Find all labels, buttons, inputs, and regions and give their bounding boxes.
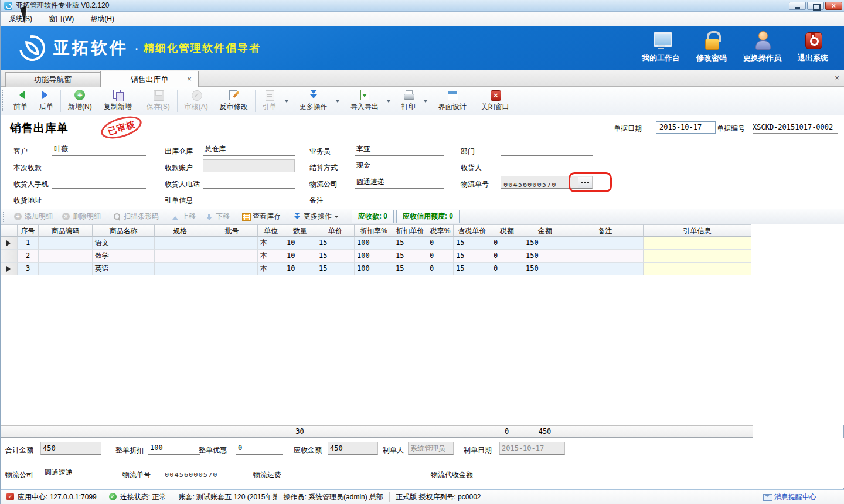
cell-price[interactable]: 15	[316, 263, 355, 275]
tabstrip-close-icon[interactable]	[833, 74, 841, 82]
cell-seq[interactable]: 1	[18, 237, 39, 250]
table-row[interactable]: 1 语文 本 10 15 100 15 0 15 0 150	[1, 237, 751, 250]
col-header[interactable]: 税额	[491, 224, 523, 237]
consignee-field[interactable]	[501, 159, 593, 172]
cell-tax-price[interactable]: 15	[454, 237, 491, 250]
prev-doc-button[interactable]: 前单	[8, 87, 33, 115]
col-header[interactable]: 单价	[316, 224, 355, 237]
copy-new-button[interactable]: 复制新增	[98, 87, 138, 115]
cell-tax-price[interactable]: 15	[454, 250, 491, 263]
consignee-phone-field[interactable]	[203, 176, 295, 189]
department-field[interactable]	[501, 143, 593, 156]
consignee-mobile-field[interactable]	[52, 176, 146, 189]
scan-barcode-button[interactable]: 扫描条形码	[108, 209, 164, 224]
cell-code[interactable]	[39, 263, 93, 275]
settle-method-field[interactable]: 现金	[355, 159, 444, 172]
exit-system-button[interactable]: 退出系统	[798, 30, 828, 63]
maximize-button[interactable]	[807, 2, 824, 10]
cell-qty[interactable]: 10	[284, 237, 316, 250]
salesman-field[interactable]: 李亚	[355, 143, 444, 156]
col-header[interactable]: 商品编码	[39, 224, 93, 237]
cell-name[interactable]: 英语	[93, 263, 155, 275]
cell-discount-rate[interactable]: 100	[355, 250, 393, 263]
tab-close-icon[interactable]	[185, 75, 193, 83]
col-header[interactable]: 折扣率%	[355, 224, 393, 237]
cell-price[interactable]: 15	[316, 237, 355, 250]
col-header[interactable]: 折扣单价	[393, 224, 427, 237]
cell-batch[interactable]	[206, 250, 258, 263]
cell-qty[interactable]: 10	[284, 250, 316, 263]
payment-field[interactable]	[52, 159, 146, 172]
cell-ref-info[interactable]	[644, 237, 751, 250]
cell-remark[interactable]	[567, 237, 644, 250]
col-header[interactable]: 商品名称	[93, 224, 155, 237]
cell-batch[interactable]	[206, 263, 258, 275]
cell-batch[interactable]	[206, 237, 258, 250]
warehouse-field[interactable]: 总仓库	[203, 143, 295, 156]
move-down-button[interactable]: 下移	[200, 209, 234, 224]
next-doc-button[interactable]: 后单	[33, 87, 59, 115]
ref-doc-button[interactable]: 引单	[257, 87, 283, 115]
more-actions-dropdown[interactable]	[333, 87, 342, 115]
menu-window[interactable]: 窗口(W)	[40, 12, 82, 26]
cell-spec[interactable]	[155, 237, 206, 250]
more-actions-button[interactable]: 更多操作	[294, 87, 333, 115]
col-header[interactable]: 批号	[206, 224, 258, 237]
cell-tax[interactable]: 0	[491, 263, 523, 275]
logistics-company-field[interactable]: 圆通速递	[355, 176, 444, 189]
cell-spec[interactable]	[155, 263, 206, 275]
new-button[interactable]: 新增(N)	[62, 87, 98, 115]
ref-doc-dropdown[interactable]	[283, 87, 291, 115]
cell-price[interactable]: 15	[316, 250, 355, 263]
cell-tax-rate[interactable]: 0	[427, 250, 454, 263]
cell-spec[interactable]	[155, 250, 206, 263]
cell-amount[interactable]: 150	[523, 237, 567, 250]
cell-seq[interactable]: 3	[18, 263, 39, 275]
doc-date-input[interactable]: 2015-10-17	[656, 121, 716, 134]
col-header[interactable]: 金额	[523, 224, 567, 237]
cell-remark[interactable]	[567, 250, 644, 263]
cell-ref-info[interactable]	[644, 250, 751, 263]
add-line-button[interactable]: 添加明细	[9, 209, 57, 224]
doc-discount-field[interactable]: 100	[148, 442, 200, 455]
cell-unit[interactable]: 本	[258, 237, 284, 250]
cell-seq[interactable]: 2	[18, 250, 39, 263]
delete-line-button[interactable]: 删除明细	[57, 209, 106, 224]
col-header[interactable]: 引单信息	[644, 224, 751, 237]
tab-sales-outbound[interactable]: 销售出库单	[100, 71, 199, 87]
cell-ref-info[interactable]	[644, 263, 751, 275]
import-export-dropdown[interactable]	[384, 87, 393, 115]
col-header[interactable]: 序号	[18, 224, 39, 237]
cell-remark[interactable]	[567, 263, 644, 275]
cell-discount-rate[interactable]: 100	[355, 263, 393, 275]
cell-discount-price[interactable]: 15	[393, 263, 427, 275]
freight-field[interactable]	[294, 466, 343, 479]
cell-name[interactable]: 数学	[93, 250, 155, 263]
tab-nav-window[interactable]: 功能导航窗	[5, 72, 100, 87]
workbench-button[interactable]: 我的工作台	[642, 30, 680, 63]
footer-logistics-company-field[interactable]: 圆通速递	[43, 466, 117, 479]
cell-unit[interactable]: 本	[258, 263, 284, 275]
cell-tax[interactable]: 0	[491, 250, 523, 263]
footer-logistics-no-field[interactable]: 00456000570-4	[162, 466, 244, 479]
import-export-button[interactable]: 导入导出	[345, 87, 384, 115]
minimize-button[interactable]	[789, 2, 806, 10]
doc-coupon-field[interactable]: 0	[236, 442, 283, 455]
cell-qty[interactable]: 10	[284, 263, 316, 275]
print-dropdown[interactable]	[421, 87, 430, 115]
cell-tax[interactable]: 0	[491, 237, 523, 250]
cell-amount[interactable]: 150	[523, 263, 567, 275]
unaudit-edit-button[interactable]: 反审修改	[214, 87, 254, 115]
save-button[interactable]: 保存(S)	[141, 87, 176, 115]
cell-tax-rate[interactable]: 0	[427, 263, 454, 275]
cell-tax-rate[interactable]: 0	[427, 237, 454, 250]
remark-field[interactable]	[355, 192, 444, 205]
cell-unit[interactable]: 本	[258, 250, 284, 263]
cod-amount-field[interactable]	[488, 466, 542, 479]
delivery-address-field[interactable]	[52, 192, 146, 205]
cell-code[interactable]	[39, 250, 93, 263]
move-up-button[interactable]: 上移	[166, 209, 200, 224]
table-row[interactable]: 2 数学 本 10 15 100 15 0 15 0 150	[1, 250, 751, 263]
close-button[interactable]	[825, 2, 842, 10]
cell-name[interactable]: 语文	[93, 237, 155, 250]
